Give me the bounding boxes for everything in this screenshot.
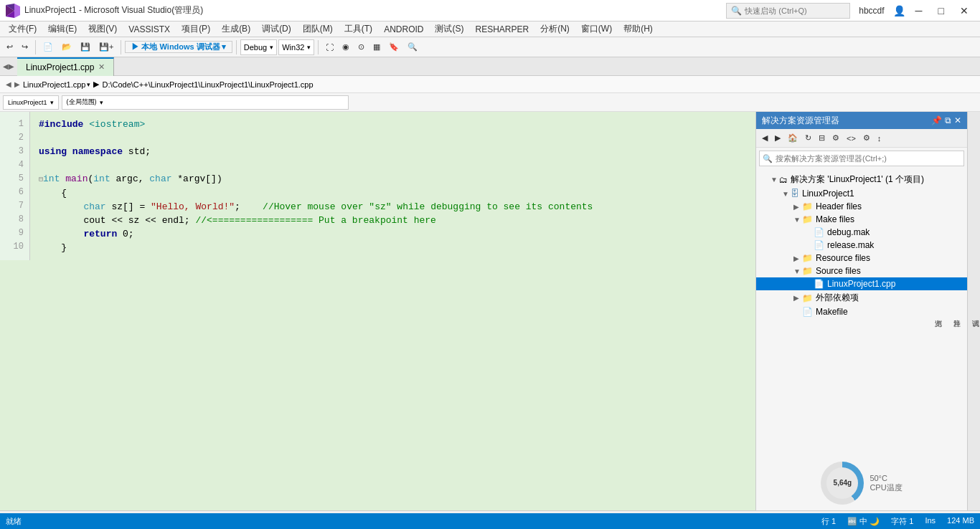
- se-search-container[interactable]: 🔍: [759, 151, 964, 166]
- tree-item-makefile[interactable]: 📄 Makefile: [756, 305, 967, 318]
- menu-item-android[interactable]: ANDROID: [378, 23, 429, 36]
- tree-item-project[interactable]: ▼ 🗄 LinuxProject1: [756, 187, 967, 200]
- toolbar-misc3[interactable]: ⊙: [354, 40, 368, 54]
- tab-nav: ◀ ▶: [0, 62, 17, 70]
- se-search-input[interactable]: [776, 154, 961, 163]
- menubar: 文件(F)编辑(E)视图(V)VASSISTX项目(P)生成(B)调试(D)团队…: [0, 22, 980, 37]
- tree-item-source-files[interactable]: ▼ 📁 Source files: [756, 264, 967, 277]
- tab-prev-icon[interactable]: ◀: [3, 62, 9, 70]
- tree-item-make-files[interactable]: ▼ 📁 Make files: [756, 213, 967, 226]
- status-ready: 就绪: [6, 516, 22, 527]
- cpu-label-text: CPU温度: [870, 482, 902, 493]
- quick-launch-input[interactable]: [745, 6, 845, 15]
- toolbar-sep4: [318, 40, 319, 54]
- se-refresh-btn[interactable]: ↻: [802, 131, 814, 145]
- tree-expand-resource[interactable]: ▶: [793, 254, 802, 262]
- path-arrow2[interactable]: ▶: [14, 80, 20, 88]
- tree-expand-project[interactable]: ▼: [782, 190, 791, 198]
- se-close-icon[interactable]: ✕: [954, 115, 961, 125]
- se-back-btn[interactable]: ◀: [759, 131, 771, 145]
- minimize-button[interactable]: ─: [910, 0, 928, 22]
- menu-item-v[interactable]: 视图(V): [83, 22, 123, 37]
- menu-item-m[interactable]: 团队(M): [297, 22, 339, 37]
- tree-expand-external[interactable]: ▶: [793, 294, 802, 302]
- se-sort-btn[interactable]: ↕: [875, 132, 885, 145]
- user-label: hbccdf: [854, 6, 888, 16]
- platform-dropdown[interactable]: Win32 ▾: [278, 39, 314, 55]
- tree-expand-root[interactable]: ▼: [771, 176, 779, 184]
- menu-item-b[interactable]: 生成(B): [216, 22, 256, 37]
- toolbar-misc1[interactable]: ⛶: [322, 41, 337, 54]
- code-area[interactable]: #include <iostream> using namespace std;…: [30, 112, 755, 260]
- scope-project-dropdown[interactable]: LinuxProject1 ▾: [3, 95, 59, 110]
- tree-item-debug-mak[interactable]: 📄 debug.mak: [756, 226, 967, 239]
- se-home-btn[interactable]: 🏠: [785, 131, 801, 145]
- editor[interactable]: 1 2 3 4 5 6 7 8 9 10 #include <iostream>…: [0, 112, 755, 510]
- menu-item-n[interactable]: 分析(N): [534, 22, 575, 37]
- folder-icon-header: 📁: [802, 201, 813, 211]
- tab-linuxproject1-cpp[interactable]: LinuxProject1.cpp ✕: [17, 57, 114, 76]
- toolbar-misc4[interactable]: ▦: [369, 40, 384, 54]
- toolbar-misc6[interactable]: 🔍: [404, 40, 421, 54]
- tree-item-main-cpp[interactable]: 📄 LinuxProject1.cpp: [756, 277, 967, 290]
- path-file-arrow: ▾: [87, 81, 90, 88]
- toolbar-save[interactable]: 💾: [77, 40, 94, 54]
- toolbar-misc5[interactable]: 🔖: [385, 40, 402, 54]
- menu-item-s[interactable]: 测试(S): [429, 22, 469, 37]
- restore-button[interactable]: □: [933, 0, 950, 22]
- menu-item-p[interactable]: 项目(P): [176, 22, 216, 37]
- scope-range-dropdown[interactable]: (全局范围) ▾: [62, 95, 349, 110]
- tree-item-release-mak[interactable]: 📄 release.mak: [756, 239, 967, 252]
- menu-item-h[interactable]: 帮助(H): [618, 22, 659, 37]
- toolbar-new[interactable]: 📄: [39, 40, 57, 54]
- toolbar-undo[interactable]: ↩: [3, 40, 17, 54]
- toolbar-run[interactable]: ▶ 本地 Windows 调试器 ▾: [125, 41, 232, 53]
- toolbar-redo[interactable]: ↪: [18, 40, 32, 54]
- tree-item-root[interactable]: ▼ 🗂 解决方案 'LinuxProject1' (1 个项目): [756, 172, 967, 187]
- menu-item-resharper[interactable]: RESHARPER: [469, 23, 534, 36]
- tabbar: ◀ ▶ LinuxProject1.cpp ✕: [0, 57, 980, 76]
- menu-item-vassistx[interactable]: VASSISTX: [123, 23, 176, 36]
- tree-item-header-files[interactable]: ▶ 📁 Header files: [756, 200, 967, 213]
- scopebar: LinuxProject1 ▾ (全局范围) ▾: [0, 93, 980, 112]
- path-file-dropdown[interactable]: LinuxProject1.cpp ▾: [23, 80, 90, 89]
- toolbar-misc2[interactable]: ◉: [339, 40, 353, 54]
- menu-item-d[interactable]: 调试(D): [256, 22, 297, 37]
- se-filter-btn[interactable]: ⚙: [860, 131, 873, 145]
- menu-item-e[interactable]: 编辑(E): [42, 22, 83, 37]
- folder-icon-make: 📁: [802, 214, 813, 224]
- tab-label: LinuxProject1.cpp: [26, 62, 94, 72]
- toolbar-sep3: [236, 40, 237, 54]
- search-icon: 🔍: [731, 6, 742, 16]
- tree-expand-header[interactable]: ▶: [793, 203, 802, 211]
- line-numbers: 1 2 3 4 5 6 7 8 9 10: [0, 112, 30, 260]
- file-icon-debug: 📄: [814, 227, 824, 237]
- menu-item-w[interactable]: 窗口(W): [575, 22, 618, 37]
- tree-item-external-deps[interactable]: ▶ 📁 外部依赖项: [756, 290, 967, 305]
- toolbar-save-all[interactable]: 💾+: [95, 40, 117, 54]
- tab-close-icon[interactable]: ✕: [98, 62, 105, 72]
- se-forward-btn[interactable]: ▶: [772, 131, 783, 145]
- path-arrow[interactable]: ◀: [6, 80, 11, 88]
- close-button[interactable]: ✕: [954, 0, 974, 22]
- folder-icon-resource: 📁: [802, 253, 813, 263]
- menu-item-f[interactable]: 文件(F): [3, 22, 42, 37]
- tree-expand-make[interactable]: ▼: [793, 216, 802, 224]
- menu-item-t[interactable]: 工具(T): [339, 22, 378, 37]
- tab-next-icon[interactable]: ▶: [9, 62, 14, 70]
- vs-logo: [6, 4, 20, 18]
- se-properties-btn[interactable]: ⚙: [829, 131, 842, 145]
- solution-explorer: 解决方案资源管理器 📌 ⧉ ✕ ◀ ▶ 🏠 ↻ ⊟ ⚙ <> ⚙ ↕ 🔍: [755, 112, 967, 510]
- se-preview-btn[interactable]: <>: [844, 132, 859, 145]
- se-collapse-btn[interactable]: ⊟: [816, 131, 828, 145]
- se-pin-icon[interactable]: 📌: [931, 115, 942, 125]
- se-search-icon: 🔍: [763, 154, 773, 163]
- se-undock-icon[interactable]: ⧉: [945, 115, 951, 125]
- quick-launch-container[interactable]: 🔍: [726, 3, 850, 19]
- tree-item-resource-files[interactable]: ▶ 📁 Resource files: [756, 252, 967, 264]
- se-tree: ▼ 🗂 解决方案 'LinuxProject1' (1 个项目) ▼ 🗄 Lin…: [756, 169, 967, 456]
- toolbar-open[interactable]: 📂: [58, 40, 75, 54]
- pathbar: ◀ ▶ LinuxProject1.cpp ▾ ▶ D:\Code\C++\Li…: [0, 76, 980, 93]
- tree-expand-source[interactable]: ▼: [793, 267, 802, 275]
- config-dropdown[interactable]: Debug ▾: [240, 39, 277, 55]
